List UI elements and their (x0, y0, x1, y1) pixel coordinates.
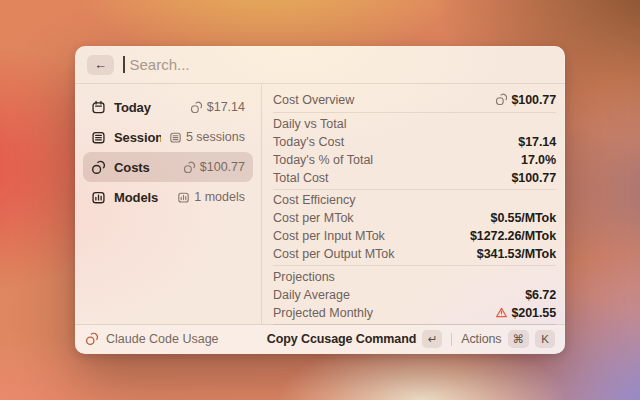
detail-header-value: $100.77 (512, 93, 557, 107)
footer-app-name: Claude Code Usage (106, 332, 219, 346)
search-bar: ← (75, 46, 565, 84)
sidebar: Today $17.14 Session (75, 84, 262, 324)
metadata-row: Cost per Input MTok $1272.26/MTok (273, 227, 556, 245)
row-value: $341.53/MTok (477, 247, 556, 261)
warning-icon (495, 306, 508, 319)
row-value: $100.77 (512, 171, 557, 185)
metadata-row: Total Cost $100.77 (273, 169, 556, 187)
metadata-row: Projected Monthly $201.55 (273, 304, 556, 322)
metadata-row: Cost per MTok $0.55/MTok (273, 209, 556, 227)
sidebar-item-accessory: 5 sessions (186, 130, 245, 144)
sidebar-item-label: Today (114, 100, 182, 115)
back-arrow-icon: ← (94, 57, 107, 72)
coins-icon (495, 93, 508, 106)
list-icon (169, 131, 182, 144)
return-key-icon: ↵ (427, 332, 437, 346)
section-title: Daily vs Total (273, 115, 556, 133)
row-label: Projected Monthly (273, 306, 373, 320)
bar-chart-icon (91, 190, 106, 205)
list-icon (91, 130, 106, 145)
copy-command-button[interactable]: Copy Ccusage Command ↵ (267, 330, 442, 348)
metadata-row: Cost per Output MTok $341.53/MTok (273, 245, 556, 263)
command-key-icon: ⌘ (513, 332, 525, 346)
sidebar-item-accessory: $17.14 (207, 100, 245, 114)
k-key-badge: K (535, 330, 555, 348)
detail-header: Cost Overview $100.77 (273, 89, 556, 110)
section-title: Cost Efficiency (273, 192, 556, 210)
divider (273, 112, 556, 113)
actions-button[interactable]: Actions ⌘ K (461, 330, 555, 348)
detail-panel: Cost Overview $100.77 Daily vs Total Tod… (262, 84, 565, 324)
command-palette-window: ← Today (75, 46, 565, 354)
row-value: $0.55/MTok (491, 211, 556, 225)
row-value: 17.0% (521, 153, 556, 167)
detail-header-label: Cost Overview (273, 93, 490, 107)
divider (273, 265, 556, 266)
sidebar-item-today[interactable]: Today $17.14 (83, 92, 253, 122)
row-value: $1272.26/MTok (470, 229, 556, 243)
actions-label: Actions (461, 332, 501, 346)
row-value: $201.55 (512, 306, 557, 320)
coins-icon (183, 161, 196, 174)
copy-command-label: Copy Ccusage Command (267, 332, 416, 346)
row-value: $6.72 (525, 288, 556, 302)
sidebar-item-label: Models (114, 190, 169, 205)
footer-divider (451, 333, 452, 346)
bar-chart-icon (177, 191, 190, 204)
sidebar-item-models[interactable]: Models 1 models (83, 182, 253, 212)
back-button[interactable]: ← (87, 55, 114, 75)
calendar-icon (91, 100, 106, 115)
divider (273, 189, 556, 190)
sidebar-item-sessions[interactable]: Sessions 5 sessions (83, 122, 253, 152)
row-label: Cost per MTok (273, 211, 354, 225)
metadata-row: Daily Average $6.72 (273, 286, 556, 304)
text-caret (123, 56, 125, 73)
k-key-label: K (541, 333, 549, 345)
main-area: Today $17.14 Session (75, 84, 565, 324)
command-key-badge: ⌘ (508, 330, 530, 348)
row-label: Cost per Input MTok (273, 229, 385, 243)
metadata-row: Today's % of Total 17.0% (273, 151, 556, 169)
sidebar-item-label: Costs (114, 160, 175, 175)
divider (273, 324, 556, 325)
coins-icon (190, 101, 203, 114)
section-title: Projections (273, 268, 556, 286)
row-label: Today's % of Total (273, 153, 373, 167)
metadata-row: Today's Cost $17.14 (273, 133, 556, 151)
row-value: $17.14 (518, 135, 556, 149)
row-label: Cost per Output MTok (273, 247, 395, 261)
sidebar-item-label: Sessions (114, 130, 161, 145)
sidebar-item-costs[interactable]: Costs $100.77 (83, 152, 253, 182)
sidebar-item-accessory: 1 models (194, 190, 245, 204)
row-label: Total Cost (273, 171, 329, 185)
search-input[interactable] (130, 56, 554, 73)
row-label: Daily Average (273, 288, 350, 302)
sidebar-item-accessory: $100.77 (200, 160, 245, 174)
row-label: Today's Cost (273, 135, 344, 149)
return-key-badge: ↵ (422, 330, 442, 348)
coins-icon (85, 332, 99, 346)
coins-icon (91, 160, 106, 175)
footer-bar: Claude Code Usage Copy Ccusage Command ↵… (75, 324, 565, 353)
